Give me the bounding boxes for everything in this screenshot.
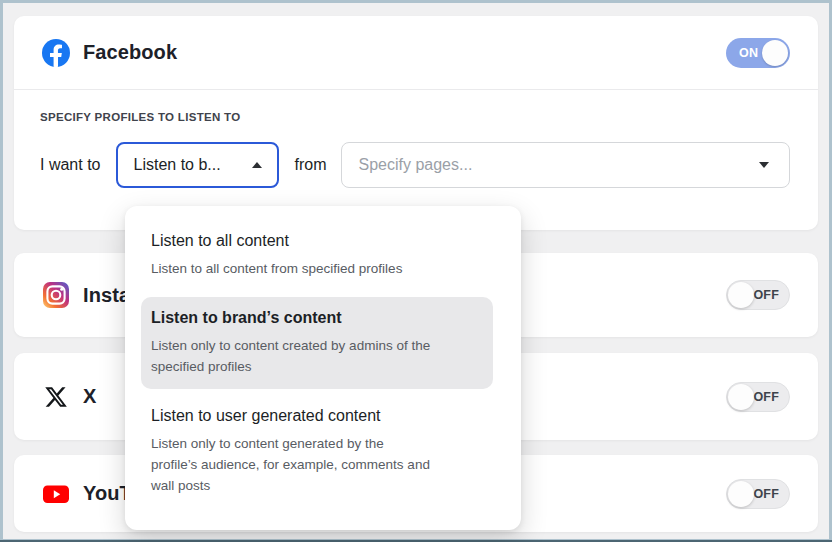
youtube-icon [42, 480, 70, 508]
facebook-toggle-label: ON [739, 46, 758, 60]
youtube-toggle-label: OFF [753, 487, 779, 501]
from-label: from [294, 156, 326, 174]
settings-panel: Facebook ON SPECIFY PROFILES TO LISTEN T… [0, 0, 832, 542]
youtube-toggle[interactable]: OFF [726, 479, 790, 509]
x-toggle-label: OFF [753, 390, 779, 404]
instagram-icon [42, 281, 70, 309]
listen-mode-select[interactable]: Listen to b... [116, 142, 279, 188]
option-title: Listen to all content [151, 230, 483, 252]
dropdown-option-all-content[interactable]: Listen to all content Listen to all cont… [141, 220, 493, 291]
pages-select[interactable]: Specify pages... [341, 142, 790, 188]
dropdown-option-brands-content[interactable]: Listen to brand’s content Listen only to… [141, 297, 493, 389]
caret-up-icon [252, 162, 262, 168]
profiles-form-row: I want to Listen to b... from Specify pa… [40, 142, 790, 188]
facebook-card: Facebook ON SPECIFY PROFILES TO LISTEN T… [14, 16, 818, 230]
option-description: Listen only to content created by admins… [151, 335, 483, 377]
option-description: Listen to all content from specified pro… [151, 258, 483, 279]
dropdown-option-user-generated[interactable]: Listen to user generated content Listen … [141, 395, 493, 508]
pages-placeholder: Specify pages... [358, 156, 472, 174]
option-title: Listen to user generated content [151, 405, 483, 427]
x-title: X [83, 385, 96, 408]
facebook-toggle-knob [762, 40, 788, 66]
x-toggle-knob [728, 384, 754, 410]
facebook-title: Facebook [83, 41, 177, 64]
facebook-icon [42, 39, 70, 67]
option-description: Listen only to content generated by the … [151, 433, 483, 496]
option-title: Listen to brand’s content [151, 307, 483, 329]
facebook-header: Facebook ON [14, 16, 818, 90]
instagram-toggle[interactable]: OFF [726, 280, 790, 310]
specify-profiles-heading: SPECIFY PROFILES TO LISTEN TO [40, 111, 790, 123]
instagram-toggle-label: OFF [753, 288, 779, 302]
x-toggle[interactable]: OFF [726, 382, 790, 412]
listen-mode-dropdown: Listen to all content Listen to all cont… [125, 206, 521, 530]
i-want-to-label: I want to [40, 156, 100, 174]
listen-mode-value: Listen to b... [133, 156, 220, 174]
facebook-settings-body: SPECIFY PROFILES TO LISTEN TO I want to … [14, 90, 818, 188]
instagram-toggle-knob [728, 282, 754, 308]
caret-down-icon [759, 162, 769, 168]
youtube-toggle-knob [728, 481, 754, 507]
x-icon [44, 385, 68, 409]
facebook-toggle[interactable]: ON [726, 38, 790, 68]
